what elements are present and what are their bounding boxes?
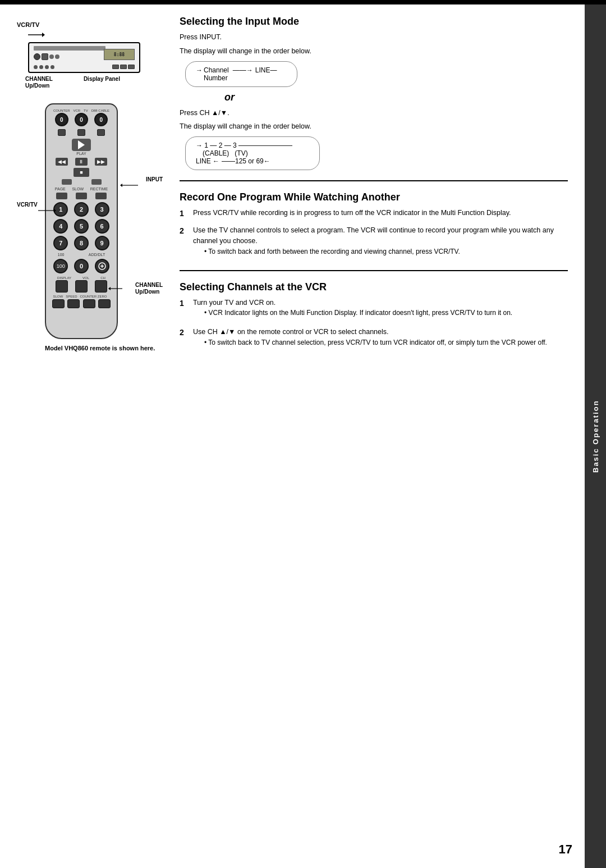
section3-title: Selecting Channels at the VCR [180,281,568,293]
remote-page-btn[interactable] [56,193,67,199]
vcr-device-diagram: VCR/TV [17,21,163,89]
section2-step1-text: Press VCR/TV while recording is in progr… [193,208,511,220]
remote-ch-btn[interactable] [95,280,107,293]
section3-step1: 1 Turn your TV and VCR on. VCR Indicator… [180,298,568,322]
or-text: or [224,92,568,103]
remote-display-btn[interactable] [56,280,68,293]
display-panel-label: Display Panel [84,76,120,89]
page-number: 17 [559,842,572,857]
section3-list: 1 Turn your TV and VCR on. VCR Indicator… [180,298,568,351]
remote-input-label: INPUT [146,176,163,182]
section2-step1: 1 Press VCR/TV while recording is in pro… [180,208,568,220]
remote-input-btn[interactable] [97,129,105,136]
remote-stop-btn[interactable]: ■ [74,168,89,177]
divider-2 [180,270,568,271]
top-bar [0,0,606,4]
remote-btn-0-2[interactable]: 0 [75,113,88,126]
remote-add-dlt-btn[interactable] [95,259,109,273]
diagram1-arrow1: → [196,66,203,74]
remote-btn-0-1[interactable]: 0 [55,113,68,126]
svg-marker-5 [120,184,122,187]
remote-vcrtv-arrow-icon [38,207,56,214]
section3-step2-num: 2 [180,327,189,351]
svg-marker-1 [42,33,45,37]
svg-marker-7 [108,287,111,290]
remote-diagram: VCR/TV INPUT CHANNEL Up/Down [17,103,163,351]
remote-btn-0-3[interactable]: 0 [94,113,108,126]
sidebar-basic-operation: Basic Operation [585,4,606,868]
section-input-mode: Selecting the Input Mode Press INPUT. Th… [180,16,568,170]
diagram1-channel-number: Channel Number [204,66,229,82]
section2-bullet: To switch back and forth between the rec… [204,246,568,257]
remote-num-7[interactable]: 7 [53,236,68,250]
remote-input-arrow-icon [120,182,138,189]
section2-step2: 2 Use the TV channel controls to select … [180,225,568,260]
diagram2-nums: ——125 or 69← [222,157,270,165]
section2-list: 1 Press VCR/TV while recording is in pro… [180,208,568,260]
remote-extra-btn[interactable] [98,299,111,308]
remote-num-3[interactable]: 3 [95,202,109,217]
vcrtv-arrow-icon [28,29,45,40]
remote-play-btn[interactable] [72,139,91,151]
remote-num-4[interactable]: 4 [53,219,68,234]
remote-vcrtv-label: VCR/TV [17,202,38,208]
left-column: VCR/TV [17,16,174,857]
diagram2-line-arrow: LINE ← [196,157,219,165]
remote-vcrtv-btn[interactable] [58,129,66,136]
remote-func-btn-2[interactable] [91,179,102,185]
svg-marker-3 [54,209,56,212]
vcr-display: 8:88 [114,52,125,57]
remote-num-9[interactable]: 9 [95,236,109,250]
model-note: Model VHQ860 remote is shown here. [45,345,163,351]
remote-counter-zero-btn[interactable] [83,299,95,308]
remote-num-2[interactable]: 2 [74,202,89,217]
section-channels: Selecting Channels at the VCR 1 Turn you… [180,281,568,351]
remote-rewind-btn[interactable]: ◀◀ [56,158,68,166]
section2-step1-num: 1 [180,208,189,220]
diagram2-tv: (TV) [235,149,247,157]
channel-updown-label: CHANNEL Up/Down [25,76,53,89]
diagram1-dash: — [270,66,277,74]
diagram2-seq: → 1 — 2 — 3 ———————— [196,141,309,149]
remote-btn-100[interactable]: 100 [53,259,68,273]
remote-rectime-btn[interactable] [95,193,107,199]
remote-pause-btn[interactable]: ⏸ [75,158,88,166]
section1-press-ch: Press CH ▲/▼. [180,108,568,118]
section2-title: Record One Program While Watching Anothe… [180,191,568,203]
remote-speed-btn-2[interactable] [67,299,80,308]
section3-step1-bullet: VCR Indicator lights on the Multi Functi… [204,308,512,318]
remote-func-btn-1[interactable] [62,179,72,185]
section3-step1-text: Turn your TV and VCR on. [193,299,276,307]
remote-num-0[interactable]: 0 [74,259,89,273]
section1-desc2: The display will change in the order bel… [180,121,568,132]
sidebar-label: Basic Operation [591,400,600,473]
section1-title: Selecting the Input Mode [180,16,568,28]
remote-slow-btn[interactable] [76,193,87,199]
right-column: Selecting the Input Mode Press INPUT. Th… [174,16,568,857]
diagram2-cable: (CABLE) [203,149,229,157]
remote-speed-btn[interactable] [77,129,85,136]
remote-ff-btn[interactable]: ▶▶ [95,158,107,166]
remote-slow-btn-2[interactable] [52,299,65,308]
section2-step2-num: 2 [180,225,189,260]
section1-press-input: Press INPUT. [180,32,568,43]
section-record: Record One Program While Watching Anothe… [180,191,568,260]
section3-step2-text: Use CH ▲/▼ on the remote control or VCR … [193,328,389,336]
remote-num-6[interactable]: 6 [95,219,109,234]
remote-channel-label: CHANNEL Up/Down [135,282,163,295]
section1-desc1: The display will change in the order bel… [180,46,568,57]
section3-step2: 2 Use CH ▲/▼ on the remote control or VC… [180,327,568,351]
diagram1-line: LINE [255,66,270,74]
remote-body: COUNTERVCRTVD88 CABLE 0 0 0 [45,103,118,339]
vcr-device-body: 8:88 [28,42,140,73]
section3-step2-bullet: To switch back to TV channel selection, … [204,337,547,348]
remote-channel-arrow-icon [108,285,122,292]
vcrtv-label: VCR/TV [17,21,163,28]
remote-vol-btn[interactable] [75,280,88,293]
divider-1 [180,180,568,181]
remote-num-5[interactable]: 5 [74,219,89,234]
add-dlt-icon [98,262,106,270]
section3-step1-num: 1 [180,298,189,322]
section2-step2-text: Use the TV channel controls to select a … [193,226,554,245]
remote-num-8[interactable]: 8 [74,236,89,250]
